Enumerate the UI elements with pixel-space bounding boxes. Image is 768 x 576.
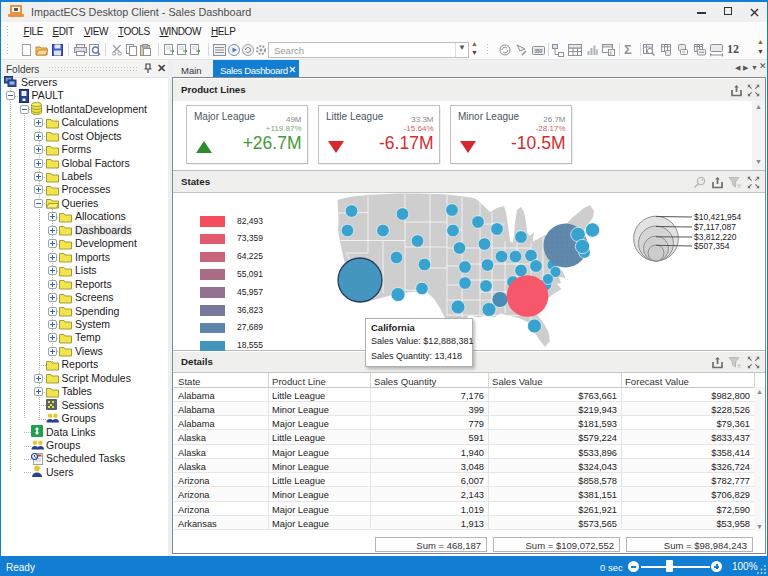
- svg-text:350: 350: [535, 49, 543, 54]
